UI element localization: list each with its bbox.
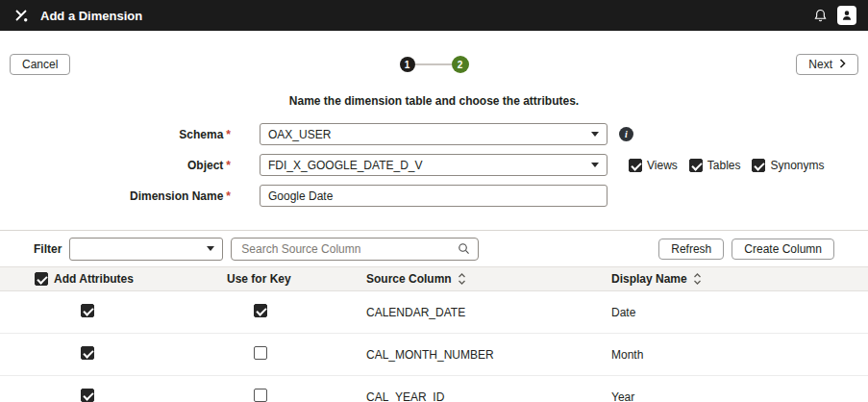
required-asterisk: * xyxy=(226,189,231,203)
tables-filter: Tables xyxy=(689,159,741,172)
step-subtitle: Name the dimension table and choose the … xyxy=(0,94,868,108)
use-for-key-cell xyxy=(227,389,366,402)
add-attributes-header-label: Add Attributes xyxy=(54,272,134,286)
object-select-value: FDI_X_GOOGLE_DATE_D_V xyxy=(268,159,585,172)
cancel-button[interactable]: Cancel xyxy=(10,54,70,75)
sort-updown-icon[interactable] xyxy=(458,272,466,286)
use-for-key-checkbox[interactable] xyxy=(254,304,267,317)
dimension-name-input[interactable] xyxy=(260,185,608,207)
source-column-cell: CAL_YEAR_ID xyxy=(366,390,611,402)
table-header: Add Attributes Use for Key Source Column… xyxy=(0,266,868,291)
search-field xyxy=(231,238,479,261)
object-type-filters: Views Tables Synonyms xyxy=(629,159,825,172)
action-row: Cancel 1 2 Next xyxy=(0,54,868,75)
search-icon[interactable] xyxy=(458,242,470,258)
dimension-name-row: Dimension Name* xyxy=(0,185,868,207)
column-header-display-name[interactable]: Display Name xyxy=(611,272,868,286)
stepper: 1 2 xyxy=(400,56,469,73)
views-label: Views xyxy=(647,159,678,172)
source-column-cell: CALENDAR_DATE xyxy=(366,306,611,319)
use-for-key-cell xyxy=(227,346,366,363)
step-connector xyxy=(415,63,452,65)
analytics-logo-icon xyxy=(12,6,31,25)
column-header-add-attributes: Add Attributes xyxy=(35,272,227,286)
display-name-cell: Month xyxy=(611,348,868,362)
object-row: Object* FDI_X_GOOGLE_DATE_D_V Views Tabl… xyxy=(0,154,868,176)
filter-label: Filter xyxy=(34,242,62,256)
dimension-form: Schema* OAX_USER i Object* FDI_X_GOOGLE_… xyxy=(0,123,868,207)
create-column-button[interactable]: Create Column xyxy=(732,239,834,260)
synonyms-checkbox[interactable] xyxy=(752,159,765,172)
step-2[interactable]: 2 xyxy=(452,56,469,73)
use-for-key-checkbox[interactable] xyxy=(254,389,267,402)
refresh-button[interactable]: Refresh xyxy=(658,239,724,260)
chevron-down-icon xyxy=(591,132,599,137)
column-header-use-for-key: Use for Key xyxy=(227,272,366,286)
filter-select[interactable] xyxy=(69,238,223,261)
object-label: Object* xyxy=(0,159,231,172)
add-attribute-checkbox[interactable] xyxy=(81,304,94,317)
next-button-label: Next xyxy=(808,58,832,71)
add-attribute-cell xyxy=(35,304,227,320)
use-for-key-cell xyxy=(227,304,366,320)
table-row: CAL_MONTH_NUMBER Month xyxy=(0,334,868,376)
schema-select-value: OAX_USER xyxy=(268,128,585,141)
avatar-icon[interactable] xyxy=(837,6,856,25)
use-for-key-checkbox[interactable] xyxy=(254,346,267,360)
sort-updown-icon[interactable] xyxy=(693,272,702,286)
synonyms-label: Synonyms xyxy=(770,159,824,172)
page-title: Add a Dimension xyxy=(40,9,142,23)
chevron-down-icon xyxy=(207,246,214,251)
add-attribute-cell xyxy=(35,346,227,363)
tables-label: Tables xyxy=(707,159,741,172)
schema-select[interactable]: OAX_USER xyxy=(260,123,608,145)
info-icon[interactable]: i xyxy=(619,127,633,141)
views-filter: Views xyxy=(629,159,678,172)
schema-label: Schema* xyxy=(0,128,231,141)
step-1[interactable]: 1 xyxy=(400,57,415,72)
filter-bar: Filter Refresh Create Column xyxy=(0,237,868,261)
table-row: CALENDAR_DATE Date xyxy=(0,291,868,334)
views-checkbox[interactable] xyxy=(629,159,642,172)
add-attribute-cell xyxy=(35,389,227,402)
required-asterisk: * xyxy=(226,128,231,141)
chevron-right-icon xyxy=(839,58,846,71)
top-bar: Add a Dimension xyxy=(0,0,868,31)
required-asterisk: * xyxy=(226,159,231,172)
section-divider xyxy=(0,230,868,231)
select-all-checkbox[interactable] xyxy=(35,272,48,286)
tables-checkbox[interactable] xyxy=(689,159,703,172)
table-row: CAL_YEAR_ID Year xyxy=(0,376,868,402)
bell-icon[interactable] xyxy=(811,7,830,25)
object-select[interactable]: FDI_X_GOOGLE_DATE_D_V xyxy=(260,154,608,176)
display-name-cell: Year xyxy=(611,390,868,402)
add-attribute-checkbox[interactable] xyxy=(81,389,94,402)
synonyms-filter: Synonyms xyxy=(752,159,824,172)
column-header-source-column[interactable]: Source Column xyxy=(366,272,611,286)
display-name-cell: Date xyxy=(611,306,868,319)
schema-row: Schema* OAX_USER i xyxy=(0,123,868,145)
next-button[interactable]: Next xyxy=(796,54,858,75)
search-input[interactable] xyxy=(231,238,479,261)
attributes-table: Add Attributes Use for Key Source Column… xyxy=(0,266,868,402)
source-column-cell: CAL_MONTH_NUMBER xyxy=(366,348,611,362)
add-attribute-checkbox[interactable] xyxy=(81,346,94,360)
dimension-name-label: Dimension Name* xyxy=(0,189,231,203)
chevron-down-icon xyxy=(591,163,599,167)
